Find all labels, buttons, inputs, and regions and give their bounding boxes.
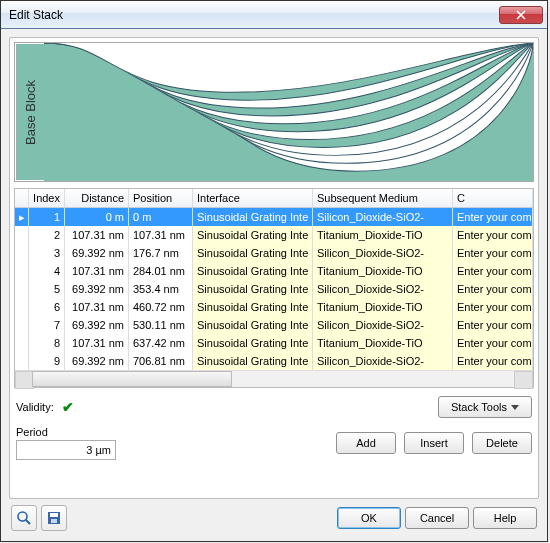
- main-panel: Base Block /* no-op */: [9, 37, 539, 499]
- cell-position[interactable]: 353.4 nm: [129, 280, 193, 298]
- cell-distance[interactable]: 0 m: [65, 208, 129, 226]
- horizontal-scrollbar[interactable]: [15, 370, 533, 387]
- cell-index[interactable]: 5: [29, 280, 65, 298]
- cancel-button[interactable]: Cancel: [405, 507, 469, 529]
- cell-index[interactable]: 7: [29, 316, 65, 334]
- cell-position[interactable]: 460.72 nm: [129, 298, 193, 316]
- close-button[interactable]: [499, 6, 543, 24]
- period-input[interactable]: [16, 440, 116, 460]
- controls-area: Validity: ✔ Stack Tools Period Add Inser…: [14, 388, 534, 462]
- cell-index[interactable]: 8: [29, 334, 65, 352]
- cell-distance[interactable]: 69.392 nm: [65, 352, 129, 370]
- stack-table[interactable]: Index Distance Position Interface Subseq…: [14, 188, 534, 388]
- cell-distance[interactable]: 107.31 nm: [65, 226, 129, 244]
- block-label: Base Block: [16, 44, 44, 180]
- cell-medium[interactable]: Silicon_Dioxide-SiO2-: [313, 208, 453, 226]
- save-button[interactable]: [41, 505, 67, 531]
- insert-button[interactable]: Insert: [404, 432, 464, 454]
- cell-comment[interactable]: Enter your com: [453, 208, 533, 226]
- table-row[interactable]: 369.392 nm176.7 nmSinusoidal Grating Int…: [15, 244, 533, 262]
- cell-medium[interactable]: Silicon_Dioxide-SiO2-: [313, 352, 453, 370]
- cell-distance[interactable]: 107.31 nm: [65, 262, 129, 280]
- cell-position[interactable]: 0 m: [129, 208, 193, 226]
- cell-index[interactable]: 2: [29, 226, 65, 244]
- cell-interface[interactable]: Sinusoidal Grating Inte: [193, 262, 313, 280]
- svg-point-0: [18, 512, 27, 521]
- col-interface[interactable]: Interface: [193, 189, 313, 207]
- cell-distance[interactable]: 107.31 nm: [65, 298, 129, 316]
- help-button[interactable]: Help: [473, 507, 537, 529]
- cell-comment[interactable]: Enter your com: [453, 226, 533, 244]
- titlebar[interactable]: Edit Stack: [1, 1, 547, 29]
- save-icon: [46, 510, 62, 526]
- col-medium[interactable]: Subsequent Medium: [313, 189, 453, 207]
- cell-position[interactable]: 107.31 nm: [129, 226, 193, 244]
- cell-medium[interactable]: Silicon_Dioxide-SiO2-: [313, 316, 453, 334]
- cell-index[interactable]: 9: [29, 352, 65, 370]
- cell-position[interactable]: 176.7 nm: [129, 244, 193, 262]
- cell-comment[interactable]: Enter your com: [453, 316, 533, 334]
- cell-comment[interactable]: Enter your com: [453, 244, 533, 262]
- table-row[interactable]: 2107.31 nm107.31 nmSinusoidal Grating In…: [15, 226, 533, 244]
- cell-medium[interactable]: Titanium_Dioxide-TiO: [313, 334, 453, 352]
- table-row[interactable]: 8107.31 nm637.42 nmSinusoidal Grating In…: [15, 334, 533, 352]
- cell-distance[interactable]: 69.392 nm: [65, 316, 129, 334]
- cell-position[interactable]: 637.42 nm: [129, 334, 193, 352]
- cell-interface[interactable]: Sinusoidal Grating Inte: [193, 280, 313, 298]
- cell-interface[interactable]: Sinusoidal Grating Inte: [193, 244, 313, 262]
- cell-medium[interactable]: Silicon_Dioxide-SiO2-: [313, 244, 453, 262]
- cell-index[interactable]: 1: [29, 208, 65, 226]
- cell-index[interactable]: 6: [29, 298, 65, 316]
- cell-interface[interactable]: Sinusoidal Grating Inte: [193, 352, 313, 370]
- row-marker: [15, 262, 29, 280]
- cell-interface[interactable]: Sinusoidal Grating Inte: [193, 226, 313, 244]
- cell-interface[interactable]: Sinusoidal Grating Inte: [193, 334, 313, 352]
- cell-distance[interactable]: 107.31 nm: [65, 334, 129, 352]
- cell-index[interactable]: 3: [29, 244, 65, 262]
- table-row[interactable]: 4107.31 nm284.01 nmSinusoidal Grating In…: [15, 262, 533, 280]
- cell-interface[interactable]: Sinusoidal Grating Inte: [193, 316, 313, 334]
- stack-tools-button[interactable]: Stack Tools: [438, 396, 532, 418]
- cell-distance[interactable]: 69.392 nm: [65, 280, 129, 298]
- cell-distance[interactable]: 69.392 nm: [65, 244, 129, 262]
- col-distance[interactable]: Distance: [65, 189, 129, 207]
- cell-position[interactable]: 284.01 nm: [129, 262, 193, 280]
- cell-comment[interactable]: Enter your com: [453, 280, 533, 298]
- cell-interface[interactable]: Sinusoidal Grating Inte: [193, 208, 313, 226]
- cell-medium[interactable]: Titanium_Dioxide-TiO: [313, 226, 453, 244]
- col-position[interactable]: Position: [129, 189, 193, 207]
- chevron-down-icon: [511, 405, 519, 410]
- magnify-button[interactable]: [11, 505, 37, 531]
- table-row[interactable]: 6107.31 nm460.72 nmSinusoidal Grating In…: [15, 298, 533, 316]
- cell-comment[interactable]: Enter your com: [453, 334, 533, 352]
- cell-index[interactable]: 4: [29, 262, 65, 280]
- cell-comment[interactable]: Enter your com: [453, 298, 533, 316]
- cell-comment[interactable]: Enter your com: [453, 262, 533, 280]
- ok-button[interactable]: OK: [337, 507, 401, 529]
- table-row[interactable]: 569.392 nm353.4 nmSinusoidal Grating Int…: [15, 280, 533, 298]
- svg-line-1: [26, 520, 30, 524]
- table-header: Index Distance Position Interface Subseq…: [15, 189, 533, 208]
- col-comment[interactable]: C: [453, 189, 533, 207]
- table-row[interactable]: 769.392 nm530.11 nmSinusoidal Grating In…: [15, 316, 533, 334]
- row-marker: [15, 244, 29, 262]
- cell-interface[interactable]: Sinusoidal Grating Inte: [193, 298, 313, 316]
- table-body[interactable]: ▸10 m0 mSinusoidal Grating InteSilicon_D…: [15, 208, 533, 370]
- col-index[interactable]: Index: [29, 189, 65, 207]
- cell-medium[interactable]: Titanium_Dioxide-TiO: [313, 262, 453, 280]
- cell-position[interactable]: 530.11 nm: [129, 316, 193, 334]
- validity-label: Validity:: [16, 401, 54, 413]
- cell-position[interactable]: 706.81 nm: [129, 352, 193, 370]
- cell-medium[interactable]: Titanium_Dioxide-TiO: [313, 298, 453, 316]
- table-row[interactable]: ▸10 m0 mSinusoidal Grating InteSilicon_D…: [15, 208, 533, 226]
- footer: OK Cancel Help: [9, 499, 539, 533]
- row-marker: [15, 226, 29, 244]
- table-row[interactable]: 969.392 nm706.81 nmSinusoidal Grating In…: [15, 352, 533, 370]
- add-button[interactable]: Add: [336, 432, 396, 454]
- delete-button[interactable]: Delete: [472, 432, 532, 454]
- cell-medium[interactable]: Silicon_Dioxide-SiO2-: [313, 280, 453, 298]
- stack-preview: Base Block /* no-op */: [14, 42, 534, 182]
- cell-comment[interactable]: Enter your com: [453, 352, 533, 370]
- scroll-thumb[interactable]: [32, 371, 232, 387]
- row-marker: ▸: [15, 208, 29, 226]
